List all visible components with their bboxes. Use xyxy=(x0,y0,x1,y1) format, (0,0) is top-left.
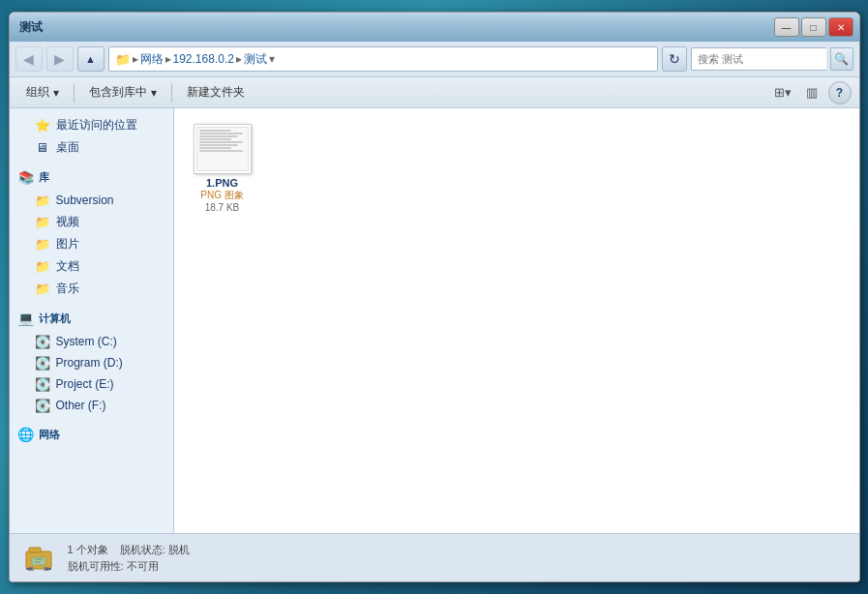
sidebar-item-d-drive[interactable]: Program (D:) xyxy=(10,352,173,373)
thumb-line xyxy=(199,133,244,134)
music-icon xyxy=(33,282,52,297)
organize-button[interactable]: 组织 ▾ xyxy=(17,80,68,105)
sidebar: 最近访问的位置 桌面 库 Subversion xyxy=(10,108,174,533)
back-button[interactable]: ◀ xyxy=(15,46,43,72)
thumb-line xyxy=(199,147,232,149)
breadcrumb-icon: 📁 xyxy=(115,52,131,67)
nav-bar: ◀ ▶ ▲ 📁 ▸ 网络 ▸ 192.168.0.2 ▸ 测试 ▾ ↻ 🔍 xyxy=(10,42,859,76)
thumb-line xyxy=(199,144,239,146)
file-thumbnail xyxy=(194,124,252,174)
title-bar: 测试 — □ ✕ xyxy=(10,13,859,42)
sidebar-item-music[interactable]: 音乐 xyxy=(10,278,173,300)
status-bar: 1 个对象 脱机状态: 脱机 脱机可用性: 不可用 xyxy=(10,533,859,581)
title-bar-buttons: — □ ✕ xyxy=(774,17,853,37)
computer-label: 计算机 xyxy=(39,312,71,326)
forward-button[interactable]: ▶ xyxy=(46,46,74,72)
libraries-label: 库 xyxy=(39,170,49,185)
svn-icon xyxy=(33,193,52,208)
breadcrumb-ip[interactable]: 192.168.0.2 xyxy=(173,52,234,66)
sidebar-inner: 最近访问的位置 桌面 库 Subversion xyxy=(10,108,173,533)
sidebar-item-desktop[interactable]: 桌面 xyxy=(10,136,173,159)
file-name: 1.PNG xyxy=(206,177,238,189)
thumb-line xyxy=(199,150,244,152)
status-icon xyxy=(21,541,56,576)
thumb-line xyxy=(199,141,244,143)
add-to-lib-arrow: ▾ xyxy=(151,86,157,100)
sidebar-item-f-label: Other (F:) xyxy=(56,399,106,412)
up-button[interactable]: ▲ xyxy=(77,46,105,72)
add-to-lib-button[interactable]: 包含到库中 ▾ xyxy=(80,80,165,105)
sidebar-item-subversion-label: Subversion xyxy=(56,193,114,207)
sidebar-section-libraries: 库 Subversion 视频 图片 xyxy=(10,164,173,300)
sidebar-item-d-label: Program (D:) xyxy=(56,356,123,370)
thumb-line xyxy=(199,130,232,132)
sidebar-item-music-label: 音乐 xyxy=(56,281,79,297)
sidebar-item-f-drive[interactable]: Other (F:) xyxy=(10,395,173,416)
video-icon xyxy=(33,215,52,230)
file-size: 18.7 KB xyxy=(205,202,240,213)
sidebar-section-computer: 计算机 System (C:) Program (D:) Project (E:… xyxy=(10,306,173,416)
sidebar-item-subversion[interactable]: Subversion xyxy=(10,190,173,211)
main-content: 最近访问的位置 桌面 库 Subversion xyxy=(10,108,859,533)
breadcrumb-folder[interactable]: 测试 xyxy=(244,51,267,68)
sidebar-item-e-drive[interactable]: Project (E:) xyxy=(10,373,173,395)
libraries-icon xyxy=(17,168,35,186)
view-options-button[interactable]: ⊞▾ xyxy=(770,81,795,104)
status-text: 1 个对象 脱机状态: 脱机 脱机可用性: 不可用 xyxy=(68,543,191,574)
sidebar-item-pictures-label: 图片 xyxy=(56,236,79,252)
sidebar-item-e-label: Project (E:) xyxy=(56,377,114,391)
documents-icon xyxy=(33,259,52,275)
thumb-line xyxy=(199,138,232,140)
c-drive-icon xyxy=(33,334,52,349)
e-drive-icon xyxy=(33,376,52,392)
preview-pane-button[interactable]: ▥ xyxy=(799,81,824,104)
new-folder-button[interactable]: 新建文件夹 xyxy=(178,80,254,105)
window-title: 测试 xyxy=(19,19,43,36)
toolbar-separator-2 xyxy=(171,83,172,103)
sidebar-computer-header[interactable]: 计算机 xyxy=(10,306,173,331)
sidebar-network-header[interactable]: 网络 xyxy=(10,422,173,447)
file-thumbnail-inner xyxy=(196,127,249,171)
breadcrumb-network[interactable]: 网络 xyxy=(140,51,164,68)
sidebar-item-videos-label: 视频 xyxy=(56,214,79,230)
sidebar-item-videos[interactable]: 视频 xyxy=(10,211,173,233)
status-count: 1 个对象 脱机状态: 脱机 xyxy=(68,543,191,557)
sidebar-section-network: 网络 xyxy=(10,422,173,447)
network-label: 网络 xyxy=(39,428,60,442)
minimize-button[interactable]: — xyxy=(774,17,799,37)
sidebar-item-c-label: System (C:) xyxy=(56,335,117,348)
organize-arrow: ▾ xyxy=(53,86,59,100)
explorer-window: 测试 — □ ✕ ◀ ▶ ▲ 📁 ▸ 网络 ▸ 192.168.0.2 ▸ 测试… xyxy=(9,12,860,582)
svg-rect-6 xyxy=(32,557,45,565)
pictures-icon xyxy=(33,237,52,252)
refresh-button[interactable]: ↻ xyxy=(662,46,687,72)
sidebar-item-documents-label: 文档 xyxy=(56,258,79,275)
computer-icon xyxy=(17,310,35,327)
f-drive-icon xyxy=(33,398,52,413)
file-item-1[interactable]: 1.PNG PNG 图象 18.7 KB xyxy=(184,118,261,219)
new-folder-label: 新建文件夹 xyxy=(187,84,245,101)
breadcrumb: 📁 ▸ 网络 ▸ 192.168.0.2 ▸ 测试 ▾ xyxy=(108,46,658,72)
add-to-lib-label: 包含到库中 xyxy=(89,84,147,101)
sidebar-item-c-drive[interactable]: System (C:) xyxy=(10,331,173,352)
address-bar-area: ◀ ▶ ▲ 📁 ▸ 网络 ▸ 192.168.0.2 ▸ 测试 ▾ ↻ 🔍 xyxy=(10,42,859,77)
thumb-line xyxy=(199,135,239,137)
sidebar-item-recent[interactable]: 最近访问的位置 xyxy=(10,114,173,136)
recent-icon xyxy=(33,118,52,134)
network-icon xyxy=(17,426,35,443)
toolbar-separator-1 xyxy=(74,83,75,103)
close-button[interactable]: ✕ xyxy=(828,17,853,37)
d-drive-icon xyxy=(33,355,52,371)
sidebar-item-documents[interactable]: 文档 xyxy=(10,255,173,278)
sidebar-section-favorites: 最近访问的位置 桌面 xyxy=(10,114,173,159)
sidebar-item-desktop-label: 桌面 xyxy=(56,139,79,156)
search-button[interactable]: 🔍 xyxy=(830,47,853,71)
file-type: PNG 图象 xyxy=(200,189,243,202)
search-input[interactable] xyxy=(691,47,826,71)
sidebar-item-recent-label: 最近访问的位置 xyxy=(56,117,137,134)
maximize-button[interactable]: □ xyxy=(801,17,826,37)
sidebar-libraries-header[interactable]: 库 xyxy=(10,164,173,190)
help-button[interactable]: ? xyxy=(828,81,852,104)
svg-rect-1 xyxy=(29,548,41,552)
sidebar-item-pictures[interactable]: 图片 xyxy=(10,233,173,255)
